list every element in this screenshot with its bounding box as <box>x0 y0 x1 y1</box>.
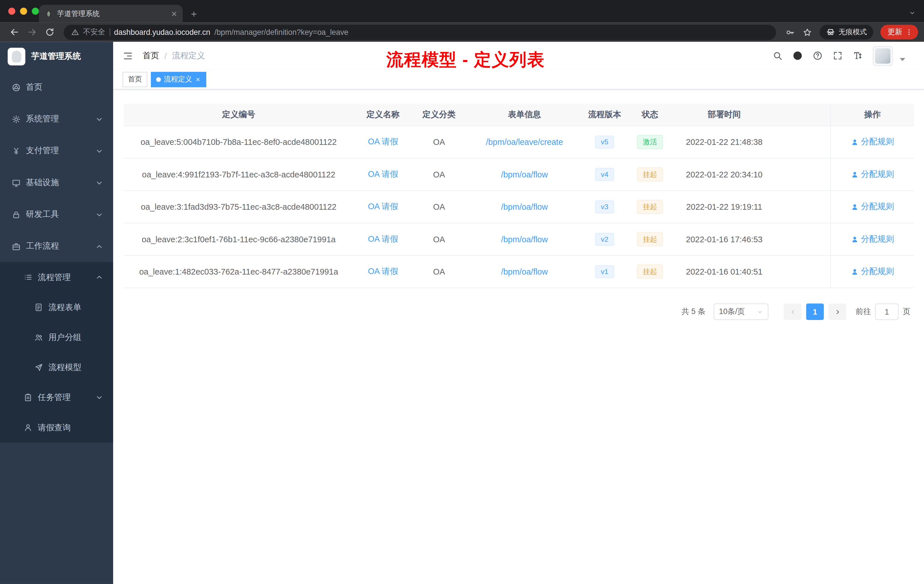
sidebar-item-system-management[interactable]: 系统管理 <box>0 103 113 135</box>
sidebar-item-label: 系统管理 <box>26 114 59 124</box>
home-icon <box>12 83 21 92</box>
prev-page-button[interactable] <box>784 304 802 320</box>
column-header: 定义名称 <box>354 109 412 120</box>
help-icon[interactable] <box>813 51 823 61</box>
form-info-link[interactable]: /bpm/oa/flow <box>501 267 548 276</box>
row-actions: 分配规则 <box>830 256 914 287</box>
font-size-icon[interactable] <box>853 51 863 61</box>
version-badge: v2 <box>595 233 614 246</box>
sidebar-item-leave-query[interactable]: 请假查询 <box>0 412 113 442</box>
briefcase-icon <box>12 242 21 251</box>
incognito-icon <box>826 28 835 36</box>
current-page-button[interactable]: 1 <box>806 304 824 320</box>
sidebar-item-payment-management[interactable]: 支付管理 <box>0 135 113 167</box>
address-bar[interactable]: 不安全 dashboard.yudao.iocoder.cn/bpm/manag… <box>64 25 776 40</box>
tag-label: 流程定义 <box>164 74 192 84</box>
tag-active-dot <box>156 77 161 82</box>
definition-name-link[interactable]: OA 请假 <box>368 201 398 211</box>
key-icon[interactable] <box>782 27 798 37</box>
chevron-down-icon <box>95 147 104 155</box>
definition-name-link[interactable]: OA 请假 <box>368 234 398 243</box>
user-icon <box>851 236 858 243</box>
definition-name-link[interactable]: OA 请假 <box>368 137 398 146</box>
sidebar: 芋道管理系统 首页系统管理支付管理基础设施研发工具工作流程流程管理流程表单用户分… <box>0 42 113 584</box>
assign-rule-link[interactable]: 分配规则 <box>861 201 894 212</box>
browser-tab[interactable]: 芋道管理系统 <box>39 5 183 23</box>
sidebar-item-process-model[interactable]: 流程模型 <box>0 352 113 382</box>
column-header: 定义分类 <box>412 109 466 120</box>
pagination-total: 共 5 条 <box>681 307 705 317</box>
breadcrumb-home[interactable]: 首页 <box>143 50 159 61</box>
column-header: 流程版本 <box>583 109 626 120</box>
close-window-button[interactable] <box>8 8 15 15</box>
github-icon[interactable] <box>792 51 803 61</box>
definition-name-link[interactable]: OA 请假 <box>368 169 398 178</box>
sidebar-item-process-management[interactable]: 流程管理 <box>0 262 113 292</box>
deploy-time: 2022-01-16 01:40:51 <box>674 267 775 276</box>
form-info-link[interactable]: /bpm/oa/leave/create <box>486 137 563 147</box>
browser-tab-strip: 芋道管理系统 <box>0 0 924 22</box>
form-info-link[interactable]: /bpm/oa/flow <box>501 234 548 244</box>
definition-id: oa_leave:4:991f2193-7b7f-11ec-a3c8-acde4… <box>124 170 353 179</box>
update-button[interactable]: 更新 <box>880 25 918 40</box>
tag-process-definition[interactable]: 流程定义 <box>151 72 206 87</box>
screenshot-root: 芋道管理系统 不安全 dashboard.yudao.iocoder.cn/bp… <box>0 0 924 584</box>
status-badge: 挂起 <box>637 167 663 182</box>
form-info-link[interactable]: /bpm/oa/flow <box>501 170 548 179</box>
page-size-select[interactable]: 10条/页 <box>714 304 769 320</box>
tag-home[interactable]: 首页 <box>122 72 147 87</box>
clipboard-icon <box>24 393 33 402</box>
window-controls <box>8 8 39 15</box>
chevron-up-icon <box>95 242 104 251</box>
assign-rule-link[interactable]: 分配规则 <box>861 234 894 244</box>
incognito-label: 无痕模式 <box>838 27 867 37</box>
tab-search-chevron-icon[interactable] <box>909 10 916 16</box>
sidebar-item-home[interactable]: 首页 <box>0 71 113 103</box>
table-body: oa_leave:5:004b710b-7b8a-11ec-8ef0-acde4… <box>124 126 914 288</box>
definition-category: OA <box>412 202 466 211</box>
sidebar-item-dev-tools[interactable]: 研发工具 <box>0 199 113 230</box>
tag-label: 首页 <box>128 74 142 84</box>
sidebar-menu: 首页系统管理支付管理基础设施研发工具工作流程流程管理流程表单用户分组流程模型任务… <box>0 71 113 442</box>
assign-rule-link[interactable]: 分配规则 <box>861 169 894 180</box>
sidebar-item-infrastructure[interactable]: 基础设施 <box>0 167 113 199</box>
new-tab-button[interactable] <box>190 10 198 18</box>
tag-close-icon[interactable] <box>195 76 201 82</box>
breadcrumb-current: 流程定义 <box>172 50 205 61</box>
status-badge: 挂起 <box>637 232 663 247</box>
reload-button[interactable] <box>41 24 58 41</box>
sidebar-item-task-management[interactable]: 任务管理 <box>0 383 113 412</box>
app-window: 芋道管理系统 首页系统管理支付管理基础设施研发工具工作流程流程管理流程表单用户分… <box>0 42 924 584</box>
chevron-up-icon <box>95 273 104 282</box>
chevron-down-icon <box>757 308 763 315</box>
sidebar-item-user-group[interactable]: 用户分组 <box>0 322 113 352</box>
definition-name-link[interactable]: OA 请假 <box>368 266 398 276</box>
column-header: 定义编号 <box>124 109 353 120</box>
version-badge: v3 <box>595 200 614 213</box>
assign-rule-link[interactable]: 分配规则 <box>861 137 894 147</box>
next-page-button[interactable] <box>828 304 846 320</box>
definition-id: oa_leave:1:482ec033-762a-11ec-8477-a2380… <box>124 267 353 276</box>
minimize-window-button[interactable] <box>20 8 27 15</box>
zoom-window-button[interactable] <box>32 8 39 15</box>
browser-menu-kebab-icon[interactable] <box>905 28 913 36</box>
sidebar-item-process-form[interactable]: 流程表单 <box>0 292 113 322</box>
sidebar-toggle-icon[interactable] <box>122 50 133 61</box>
fullscreen-icon[interactable] <box>833 51 843 61</box>
tab-close-icon[interactable] <box>170 10 178 17</box>
search-icon[interactable] <box>772 51 782 61</box>
sidebar-item-label: 流程表单 <box>48 302 81 313</box>
assign-rule-link[interactable]: 分配规则 <box>861 266 894 277</box>
back-button[interactable] <box>6 24 23 41</box>
forward-button[interactable] <box>24 24 40 41</box>
avatar-caret-icon[interactable] <box>898 54 908 64</box>
sidebar-item-workflow[interactable]: 工作流程 <box>0 230 113 262</box>
avatar[interactable] <box>873 46 893 66</box>
row-actions: 分配规则 <box>830 158 914 190</box>
form-info-link[interactable]: /bpm/oa/flow <box>501 202 548 211</box>
bookmark-star-icon[interactable] <box>799 27 815 37</box>
goto-page-input[interactable] <box>875 304 899 320</box>
breadcrumb: 首页 / 流程定义 <box>143 50 205 61</box>
column-header-action: 操作 <box>830 104 914 125</box>
deploy-time: 2022-01-16 17:46:53 <box>674 234 775 244</box>
